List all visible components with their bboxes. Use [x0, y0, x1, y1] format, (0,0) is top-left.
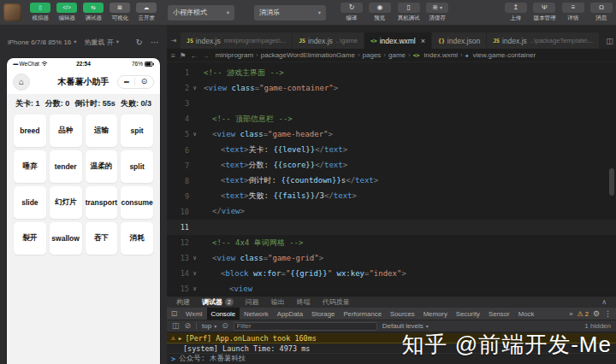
fold-icon[interactable]: ∨ — [189, 285, 200, 292]
word-card-10[interactable]: transport — [86, 186, 118, 219]
mode-button-visual[interactable]: ⊞可视化 — [108, 3, 132, 22]
toolbar-button-preview[interactable]: ◉预览 — [369, 3, 391, 22]
devtools-tab-appdata[interactable]: AppData — [273, 308, 307, 320]
editor-tab-1[interactable]: JSindex.js..\game — [293, 32, 364, 49]
symbol-icon: ◈ — [465, 52, 469, 59]
clear-console-icon[interactable]: ⊘ — [185, 322, 192, 330]
word-card-15[interactable]: 消耗 — [121, 222, 153, 255]
cloud-icon: ☁ — [136, 3, 157, 13]
warning-badge[interactable]: ⚠ 2 — [578, 310, 589, 318]
log-levels-select[interactable]: Default levels ▾ — [382, 322, 429, 330]
bookmark-icon[interactable]: ⚑ — [180, 51, 187, 60]
mode-button-simulator[interactable]: ▯模拟器 — [28, 3, 52, 22]
target-icon[interactable]: ⊙ — [141, 78, 148, 85]
expand-icon[interactable]: ▶ — [179, 335, 182, 341]
fold-icon[interactable]: ∨ — [189, 255, 200, 261]
devtools-tab-storage[interactable]: Storage — [307, 308, 339, 320]
goto-file-icon[interactable]: ⇥ — [167, 32, 181, 49]
more-icon[interactable]: ⋯ — [151, 38, 159, 47]
console-sidebar-icon[interactable]: ◫ — [172, 322, 180, 330]
devtools-tab-security[interactable]: Security — [452, 308, 484, 320]
panel-tab-2[interactable]: 问题 — [240, 296, 265, 308]
breadcrumb-item-5[interactable]: ◈view.game-container — [465, 51, 536, 59]
inspect-element-icon[interactable]: ⊡ — [167, 309, 181, 318]
devtools-tab-mock[interactable]: Mock — [514, 308, 539, 320]
mode-button-editor[interactable]: </>编辑器 — [55, 3, 79, 22]
panel-tab-5[interactable]: 代码质量 — [317, 296, 356, 308]
fold-icon[interactable]: ∨ — [189, 85, 200, 91]
word-card-6[interactable]: 温柔的 — [86, 150, 118, 183]
mode-select[interactable]: 小程序模式 ▾ — [168, 5, 234, 21]
word-card-5[interactable]: tender — [50, 150, 82, 183]
breadcrumb-item-2[interactable]: pages — [363, 51, 382, 59]
toolbar-button-cache[interactable]: ≋▾清缓存 — [426, 3, 448, 22]
gear-icon[interactable]: ⚙ — [593, 309, 600, 318]
line-number: 14 — [167, 269, 189, 278]
word-card-7[interactable]: split — [121, 150, 153, 183]
word-card-8[interactable]: slide — [14, 186, 46, 219]
stat-item-1: 分数: 0 — [45, 98, 70, 109]
home-button[interactable]: ⌂ — [13, 73, 30, 91]
toolbar-button-details[interactable]: ≡详情 — [562, 3, 584, 22]
toolbar-button-device[interactable]: ▯真机调试 — [397, 3, 420, 22]
code-area[interactable]: 1<!-- 游戏主界面 -->2∨<view class="game-conta… — [167, 62, 616, 296]
toolbar-button-bell[interactable]: Ω消息 — [590, 3, 613, 22]
refresh-icon[interactable]: ↻ — [136, 38, 143, 47]
word-card-9[interactable]: 幻灯片 — [50, 186, 82, 219]
devtools-tab-sensor[interactable]: Sensor — [484, 308, 514, 320]
context-select[interactable]: top ▾ — [202, 322, 216, 330]
devtools-tab-performance[interactable]: Performance — [339, 308, 386, 320]
panel-tab-4[interactable]: 终端 — [291, 296, 317, 308]
kebab-menu-icon[interactable]: ⋮ — [604, 309, 612, 318]
devtools-tab-memory[interactable]: Memory — [419, 308, 452, 320]
more-icon[interactable]: ••• — [124, 79, 129, 85]
editor-tab-3[interactable]: {}index.json — [432, 32, 486, 49]
compile-scene-select[interactable]: 消消乐 ▾ — [254, 5, 326, 21]
word-card-12[interactable]: 裂开 — [14, 222, 46, 255]
collapse-panel-icon[interactable]: ∧ — [601, 298, 607, 306]
back-icon[interactable]: ← — [191, 51, 198, 60]
overflow-tabs-icon[interactable]: » — [569, 310, 572, 318]
panel-tab-3[interactable]: 输出 — [265, 296, 291, 308]
breadcrumb-item-1[interactable]: packageWordEliminationGame — [261, 51, 355, 59]
breadcrumb-item-3[interactable]: game — [388, 51, 406, 59]
editor-tab-2[interactable]: <>index.wxml× — [364, 32, 431, 49]
devtools-tab-console[interactable]: Console — [207, 308, 240, 320]
word-card-11[interactable]: consume — [121, 186, 153, 219]
devtools-tab-sources[interactable]: Sources — [386, 308, 419, 320]
phone-nav-bar: ⌂ 木番薯小助手 ••• ⊙ — [7, 69, 160, 94]
fold-icon[interactable]: ∨ — [189, 270, 200, 277]
chevron-down-icon: ▾ — [440, 5, 442, 10]
word-card-0[interactable]: breed — [14, 114, 46, 147]
editor-tab-0[interactable]: JSindex.jsminiprogram\pages\... — [181, 32, 292, 49]
devtools-tab-wxml[interactable]: Wxml — [181, 308, 207, 320]
panel-tab-1[interactable]: 调试器2 — [196, 296, 240, 308]
word-card-2[interactable]: 运输 — [86, 114, 118, 147]
toolbar-button-compile[interactable]: ↻编译 — [341, 3, 363, 22]
editor-scrollbar[interactable] — [609, 168, 614, 196]
word-card-14[interactable]: 吞下 — [86, 222, 118, 255]
forward-icon[interactable]: → — [202, 51, 210, 60]
word-card-13[interactable]: swallow — [50, 222, 82, 255]
user-avatar[interactable] — [3, 3, 21, 21]
filter-input[interactable] — [234, 322, 377, 331]
word-card-1[interactable]: 品种 — [50, 114, 82, 147]
breadcrumb-item-0[interactable]: miniprogram — [216, 51, 253, 59]
toolbar-button-branch[interactable]: Ψ版本管理 — [533, 3, 556, 22]
outline-icon[interactable]: ≡ — [171, 51, 175, 60]
mode-button-cloud[interactable]: ☁云开发 — [134, 3, 158, 22]
devtools-tab-network[interactable]: Network — [240, 308, 273, 320]
breadcrumb-item-4[interactable]: <>index.wxml — [413, 51, 458, 59]
editor-tab-4[interactable]: JSindex.js..\packageTemplate\... — [487, 32, 599, 49]
word-card-3[interactable]: spit — [121, 114, 153, 147]
fold-icon[interactable]: ∨ — [189, 131, 200, 138]
panel-tab-0[interactable]: 构建 — [170, 296, 196, 308]
device-select[interactable]: iPhone 6/7/8 85% 16 ▾ — [8, 38, 77, 46]
split-editor-icon[interactable]: ◫ — [606, 37, 613, 45]
toolbar-button-upload[interactable]: ↥上传 — [505, 3, 527, 22]
word-card-4[interactable]: 唾弃 — [14, 150, 46, 183]
hot-reload-toggle[interactable]: 热重载 开 ▾ — [85, 38, 120, 47]
close-icon[interactable]: × — [421, 37, 425, 45]
eye-icon[interactable]: ⊙ — [222, 322, 228, 330]
mode-button-debugger[interactable]: ⇆调试器 — [81, 3, 105, 22]
